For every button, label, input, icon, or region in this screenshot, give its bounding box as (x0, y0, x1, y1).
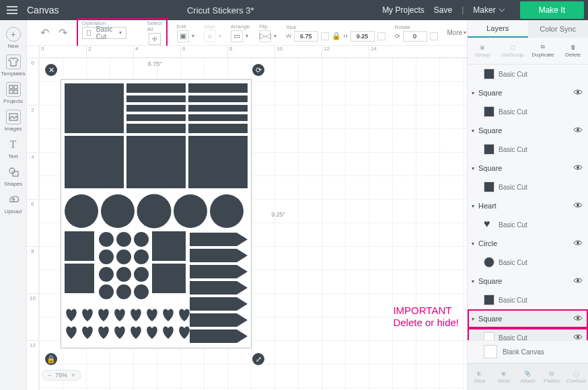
layer-row-child[interactable]: Basic Cut (468, 140, 588, 159)
rotate-input[interactable] (403, 31, 427, 42)
more-button[interactable]: More▾ (447, 29, 467, 36)
layer-swatch (484, 332, 494, 340)
layer-label: Basic Cut (499, 108, 527, 116)
new-button[interactable]: + New (2, 27, 25, 49)
delete-button[interactable]: 🗑Delete (558, 38, 588, 64)
blank-canvas-row[interactable]: Blank Canvas (468, 340, 588, 363)
disclosure-icon[interactable]: ▾ (472, 90, 478, 96)
eye-icon[interactable] (573, 277, 583, 285)
svg-point-39 (134, 249, 149, 264)
layer-swatch (484, 69, 494, 79)
projects-button[interactable]: Projects (2, 82, 25, 104)
disclosure-icon[interactable]: ▾ (472, 128, 478, 134)
lock-icon[interactable]: 🔒 (332, 32, 341, 40)
layer-row-parent[interactable]: ▾Square (468, 309, 588, 328)
width-input[interactable] (294, 31, 318, 42)
svg-rect-7 (65, 83, 124, 133)
select-all-button[interactable]: ✢ (149, 33, 161, 45)
eye-icon[interactable] (573, 239, 583, 247)
text-button[interactable]: T Text (2, 137, 25, 159)
upload-icon (6, 192, 21, 207)
svg-point-54 (577, 166, 579, 169)
layer-row-parent[interactable]: ▾Circle (468, 234, 588, 253)
layer-row-child[interactable]: Basic Cut (468, 290, 588, 309)
layer-row-parent[interactable]: ▾Square (468, 272, 588, 290)
layer-row-child[interactable]: Basic Cut (468, 102, 588, 121)
selection-bounds[interactable]: 6.75" 9.25" ✕ ⟳ 🔒 ⤢ (51, 70, 258, 359)
weld-button[interactable]: ◉Weld (492, 364, 516, 390)
edit-label: Edit (177, 24, 194, 30)
layer-row-child[interactable]: ♥Basic Cut (468, 215, 588, 234)
layer-row-parent[interactable]: ▾Heart (468, 196, 588, 215)
layer-label: Square (478, 126, 502, 134)
layer-row-parent[interactable]: ▾Square (468, 159, 588, 178)
duplicate-button[interactable]: ⧉Duplicate (528, 38, 558, 64)
eye-icon[interactable] (573, 315, 583, 323)
disclosure-icon[interactable]: ▾ (472, 203, 478, 209)
disclosure-icon[interactable]: ▾ (472, 241, 478, 247)
lock-handle[interactable]: 🔒 (45, 353, 57, 365)
layer-row-child[interactable]: Basic Cut (468, 328, 588, 340)
make-it-button[interactable]: Make It (520, 1, 584, 19)
shapes-button[interactable]: Shapes (2, 165, 25, 187)
svg-point-22 (101, 194, 135, 228)
flatten-button[interactable]: ▤Flatten (540, 364, 564, 390)
eye-icon[interactable] (573, 164, 583, 172)
svg-rect-43 (152, 264, 186, 293)
svg-point-47 (116, 284, 131, 299)
artboard[interactable] (61, 79, 252, 348)
arrange-button[interactable]: ▭ (231, 30, 243, 42)
eye-icon[interactable] (573, 89, 583, 97)
ungroup-button[interactable]: ▢UnGroup (498, 38, 528, 64)
layer-list[interactable]: Basic Cut▾SquareBasic Cut▾SquareBasic Cu… (468, 65, 588, 340)
disclosure-icon[interactable]: ▾ (472, 278, 478, 284)
layer-row-parent[interactable]: ▾Square (468, 121, 588, 140)
edit-button[interactable]: ▣ (177, 30, 189, 42)
tab-layers[interactable]: Layers (468, 20, 528, 38)
zoom-in-icon[interactable]: + (71, 372, 75, 379)
attach-button[interactable]: 📎Attach (516, 364, 540, 390)
svg-marker-34 (190, 233, 248, 246)
svg-point-55 (577, 204, 579, 206)
zoom-control[interactable]: − 75% + (42, 370, 81, 381)
eye-icon[interactable] (573, 126, 583, 134)
machine-select[interactable]: Maker (473, 5, 505, 15)
blank-swatch (484, 345, 497, 358)
my-projects-link[interactable]: My Projects (382, 5, 425, 15)
contour-button[interactable]: ◯Contour (564, 364, 588, 390)
templates-button[interactable]: Templates (2, 54, 25, 77)
delete-handle[interactable]: ✕ (45, 64, 57, 76)
svg-point-57 (577, 279, 579, 282)
eye-icon[interactable] (573, 202, 583, 210)
slice-button[interactable]: ◐Slice (468, 364, 492, 390)
ruler-vertical: 024681012 (27, 58, 39, 390)
scale-handle[interactable]: ⤢ (252, 353, 264, 365)
layer-row-child[interactable]: Basic Cut (468, 253, 588, 272)
canvas-grid[interactable]: 6.75" 9.25" ✕ ⟳ 🔒 ⤢ (39, 58, 467, 390)
align-button[interactable]: ≡ (204, 30, 216, 42)
height-input[interactable] (351, 31, 375, 42)
tab-color-sync[interactable]: Color Sync (528, 20, 589, 38)
flip-button[interactable]: ▷◁ (259, 30, 271, 42)
operation-select[interactable]: Basic Cut▾ (82, 27, 126, 39)
group-button[interactable]: ▣Group (468, 38, 498, 64)
images-button[interactable]: Images (2, 110, 25, 132)
menu-icon[interactable] (4, 2, 20, 18)
disclosure-icon[interactable]: ▾ (472, 165, 478, 171)
layer-row-child[interactable]: Basic Cut (468, 65, 588, 83)
svg-point-40 (99, 267, 114, 282)
undo-button[interactable]: ↶ (40, 26, 49, 39)
zoom-out-icon[interactable]: − (48, 372, 51, 379)
rotate-handle[interactable]: ⟳ (252, 64, 264, 76)
layer-label: Basic Cut (499, 297, 527, 304)
layer-row-child[interactable]: Basic Cut (468, 178, 588, 196)
svg-point-59 (577, 336, 579, 338)
redo-button[interactable]: ↷ (59, 26, 67, 39)
eye-icon[interactable] (573, 334, 583, 340)
layer-swatch: ♥ (484, 219, 494, 230)
disclosure-icon[interactable]: ▾ (472, 316, 478, 322)
upload-button[interactable]: Upload (2, 192, 25, 214)
layer-row-parent[interactable]: ▾Square (468, 83, 588, 102)
save-link[interactable]: Save (434, 5, 452, 15)
svg-point-41 (116, 267, 131, 282)
